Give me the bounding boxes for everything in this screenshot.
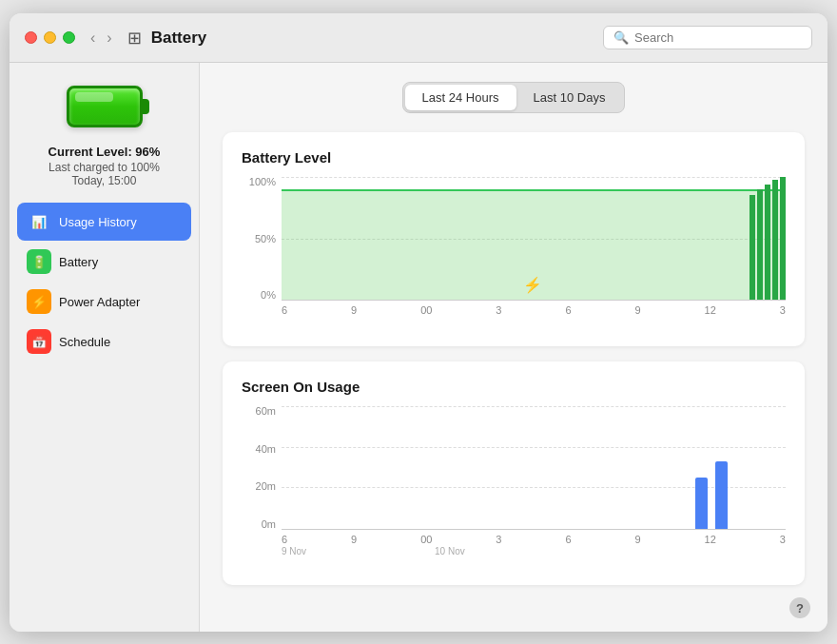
usage-history-icon: 📊 [27, 209, 51, 234]
grid-line-top [282, 177, 786, 178]
battery-level-title: Battery Level [242, 149, 786, 166]
sidebar-item-usage-history[interactable]: 📊 Usage History [17, 203, 191, 241]
search-icon: 🔍 [613, 30, 629, 45]
sidebar-item-schedule[interactable]: 📅 Schedule [17, 322, 191, 361]
main-window: ‹ › ⊞ Battery 🔍 Current Level: 96% Last … [10, 13, 827, 632]
y-label-0m: 0m [262, 519, 276, 530]
battery-x-labels: 6 9 00 3 6 9 12 3 [242, 304, 786, 316]
power-adapter-icon: ⚡ [27, 289, 51, 314]
battery-icon [67, 86, 143, 127]
x-label-b4: 6 [565, 304, 571, 316]
x-label-u5: 9 [635, 534, 641, 545]
screen-usage-title: Screen On Usage [242, 379, 786, 395]
x-label-b1: 9 [351, 304, 357, 316]
battery-icon-container [67, 86, 143, 131]
battery-shine [75, 92, 113, 102]
usage-bar-1 [695, 478, 708, 529]
minimize-button[interactable] [44, 31, 56, 44]
charging-bars [749, 177, 786, 300]
usage-date-labels: 9 Nov 10 Nov [282, 546, 786, 556]
y-label-60m: 60m [256, 406, 276, 417]
charging-bar-1 [749, 195, 755, 300]
help-button[interactable]: ? [789, 597, 810, 618]
battery-level-chart: 100% 50% 0% [242, 177, 786, 329]
right-panel: Last 24 Hours Last 10 Days Battery Level… [200, 63, 827, 632]
close-button[interactable] [25, 31, 37, 44]
window-title: Battery [151, 29, 603, 48]
date-label-0: 9 Nov [282, 546, 306, 556]
usage-x-axis: 6 9 00 3 6 9 12 3 [242, 534, 786, 556]
y-label-20m: 20m [256, 481, 276, 492]
sidebar-item-power-adapter[interactable]: ⚡ Power Adapter [17, 283, 191, 321]
nav-arrows: ‹ › [87, 28, 116, 49]
battery-time: Today, 15:00 [49, 174, 161, 187]
maximize-button[interactable] [63, 31, 75, 44]
tab-bar: Last 24 Hours Last 10 Days [223, 82, 805, 113]
x-label-u0: 6 [282, 534, 287, 545]
search-box[interactable]: 🔍 [603, 26, 812, 49]
traffic-lights [25, 31, 75, 44]
lightning-icon: ⚡ [523, 276, 542, 294]
y-label-50: 50% [255, 234, 276, 244]
sidebar-item-usage-history-label: Usage History [59, 215, 137, 229]
sidebar-item-battery[interactable]: 🔋 Battery [17, 243, 191, 281]
x-label-b7: 3 [780, 304, 786, 316]
usage-bar-2 [715, 461, 728, 529]
sidebar-nav: 📊 Usage History 🔋 Battery ⚡ Power Adapte… [10, 203, 199, 362]
tab-24h[interactable]: Last 24 Hours [405, 85, 516, 110]
usage-bars-area [282, 406, 786, 530]
x-label-u3: 3 [496, 534, 501, 545]
usage-grid-33 [282, 447, 786, 448]
usage-x-labels-row: 6 9 00 3 6 9 12 3 [282, 534, 786, 545]
sidebar: Current Level: 96% Last charged to 100% … [10, 63, 200, 632]
usage-grid-66 [282, 487, 786, 488]
battery-info: Current Level: 96% Last charged to 100% … [35, 145, 174, 187]
battery-plot-area: ⚡ [282, 177, 786, 301]
screen-usage-chart: 60m 40m 20m 0m [242, 406, 786, 568]
titlebar: ‹ › ⊞ Battery 🔍 [10, 13, 827, 63]
x-label-u6: 12 [705, 534, 716, 545]
battery-last-charged: Last charged to 100% [49, 161, 161, 174]
x-label-u4: 6 [565, 534, 571, 545]
main-content: Current Level: 96% Last charged to 100% … [10, 63, 827, 632]
x-label-b2: 00 [420, 304, 432, 316]
y-label-40m: 40m [256, 444, 276, 455]
battery-y-labels: 100% 50% 0% [242, 177, 276, 301]
sidebar-item-battery-label: Battery [59, 255, 98, 269]
battery-nav-icon: 🔋 [27, 249, 51, 274]
battery-body [67, 86, 143, 127]
y-label-100: 100% [249, 177, 276, 187]
schedule-icon: 📅 [27, 329, 51, 354]
search-input[interactable] [634, 30, 802, 45]
battery-chart-inner: 100% 50% 0% [242, 177, 786, 301]
x-label-u7: 3 [780, 534, 786, 545]
usage-chart-inner: 60m 40m 20m 0m [242, 406, 786, 530]
y-label-0: 0% [261, 290, 276, 301]
sidebar-item-power-adapter-label: Power Adapter [59, 295, 140, 309]
app-grid-icon[interactable]: ⊞ [127, 28, 142, 49]
date-label-2: 10 Nov [435, 546, 465, 556]
back-button[interactable]: ‹ [87, 28, 99, 49]
sidebar-item-schedule-label: Schedule [59, 335, 110, 349]
battery-x-labels-row: 6 9 00 3 6 9 12 3 [282, 304, 786, 316]
battery-level-card: Battery Level 100% 50% 0% [223, 132, 805, 346]
charging-bar-4 [772, 180, 778, 300]
x-label-u2: 00 [420, 534, 432, 545]
charging-bar-2 [757, 189, 763, 300]
battery-level-text: Current Level: 96% [49, 145, 161, 159]
x-label-u1: 9 [351, 534, 357, 545]
x-label-b0: 6 [282, 304, 287, 316]
tab-10d[interactable]: Last 10 Days [516, 85, 623, 110]
charging-bar-3 [765, 185, 770, 300]
tab-group: Last 24 Hours Last 10 Days [402, 82, 626, 113]
usage-grid-top [282, 406, 786, 407]
x-label-b3: 3 [496, 304, 501, 316]
charging-bar-5 [780, 177, 786, 300]
forward-button[interactable]: › [103, 28, 115, 49]
x-label-b6: 12 [705, 304, 716, 316]
usage-y-labels: 60m 40m 20m 0m [242, 406, 276, 530]
x-label-b5: 9 [635, 304, 641, 316]
screen-usage-card: Screen On Usage 60m 40m 20m 0m [223, 361, 805, 585]
